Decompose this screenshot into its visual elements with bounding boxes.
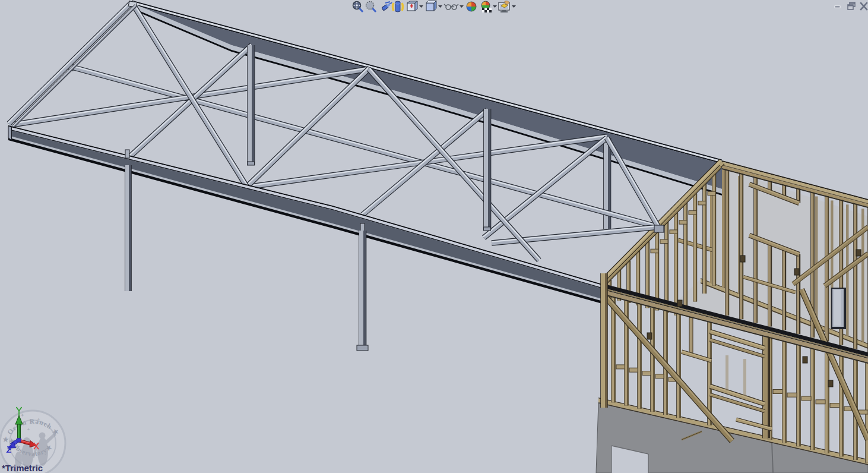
svg-text:*Trimetric: *Trimetric: [2, 463, 43, 473]
svg-text:✦: ✦: [31, 420, 35, 425]
svg-text:✦: ✦: [20, 412, 25, 418]
svg-text:✦: ✦: [37, 417, 40, 421]
svg-text:✦: ✦: [27, 427, 30, 431]
